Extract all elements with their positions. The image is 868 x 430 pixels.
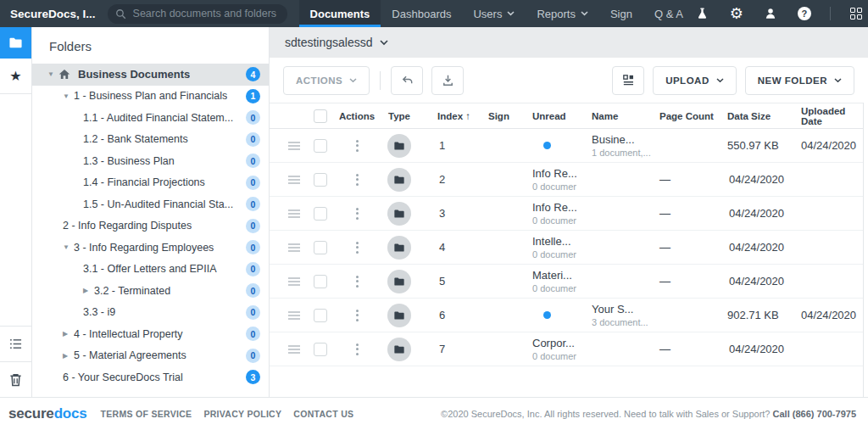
- footer-link[interactable]: CONTACT US: [293, 409, 353, 419]
- row-actions-menu-icon[interactable]: [353, 306, 362, 325]
- expand-arrow-icon[interactable]: ▼: [63, 243, 74, 251]
- folder-tree-item[interactable]: 6 - Your SecureDocs Trial 3: [32, 366, 269, 388]
- folder-tree-item[interactable]: 3.3 - i9 0: [32, 302, 269, 324]
- favorites-tab[interactable]: ★: [0, 59, 31, 94]
- folder-tree-item[interactable]: 2 - Info Regarding Disputes 0: [32, 215, 269, 237]
- folder-tree-item[interactable]: ▶ 3.2 - Terminated 0: [32, 280, 269, 302]
- row-name-cell[interactable]: Your S... 3 document...: [576, 303, 653, 327]
- folder-type-icon[interactable]: [387, 134, 411, 158]
- column-header-type[interactable]: Type: [388, 111, 410, 121]
- row-uploaded-date: 04/24/2020: [721, 343, 793, 355]
- row-actions-menu-icon[interactable]: [353, 272, 362, 291]
- row-checkbox[interactable]: [314, 275, 327, 288]
- column-header-uploaded-date[interactable]: Uploaded Date: [793, 106, 863, 126]
- nav-item[interactable]: Users: [462, 0, 526, 27]
- column-header-sign[interactable]: Sign: [471, 111, 517, 121]
- column-header-actions[interactable]: Actions: [339, 111, 375, 121]
- row-actions-menu-icon[interactable]: [353, 340, 362, 359]
- view-switch-button[interactable]: [612, 66, 644, 95]
- row-name-cell[interactable]: Corpor... 0 documents: [517, 337, 576, 361]
- gear-icon[interactable]: ⚙: [728, 5, 745, 22]
- row-name-cell[interactable]: Materi... 0 documents: [517, 269, 576, 293]
- drag-handle-icon[interactable]: [288, 142, 300, 150]
- folder-tree-item[interactable]: ▶ 4 - Intellectual Property 0: [32, 323, 269, 345]
- folder-tree-item[interactable]: 3.1 - Offer Letters and EPIIA 0: [32, 259, 269, 281]
- folder-type-icon[interactable]: [387, 338, 411, 361]
- select-all-checkbox[interactable]: [314, 109, 327, 123]
- folder-tree-item[interactable]: 1.1 - Audited Financial Statem... 0: [32, 107, 269, 129]
- folder-type-icon[interactable]: [387, 270, 411, 293]
- nav-item[interactable]: Reports: [526, 0, 599, 27]
- row-checkbox[interactable]: [314, 139, 327, 153]
- index-list-tab[interactable]: [0, 326, 31, 361]
- expand-arrow-icon[interactable]: ▼: [63, 92, 74, 100]
- drag-handle-icon[interactable]: [288, 243, 300, 252]
- help-icon[interactable]: ?: [796, 5, 813, 22]
- row-index: 1: [420, 139, 471, 152]
- row-name-cell[interactable]: Info Re... 0 documents: [517, 167, 576, 192]
- row-name: Materi...: [532, 269, 576, 282]
- row-actions-menu-icon[interactable]: [353, 137, 362, 155]
- nav-item[interactable]: Documents: [299, 0, 381, 27]
- footer-link[interactable]: TERMS OF SERVICE: [101, 409, 192, 419]
- nav-item[interactable]: Dashboards: [381, 0, 462, 27]
- folder-tree-item[interactable]: 1.5 - Un-Audited Financial Sta... 0: [32, 193, 269, 215]
- row-checkbox[interactable]: [314, 309, 327, 322]
- nav-item[interactable]: Q & A: [643, 0, 694, 27]
- apps-icon[interactable]: [848, 5, 865, 22]
- download-button[interactable]: [431, 66, 464, 95]
- user-icon[interactable]: [762, 5, 779, 22]
- upload-button[interactable]: UPLOAD: [653, 66, 737, 95]
- expand-arrow-icon[interactable]: ▼: [47, 70, 58, 78]
- expand-arrow-icon[interactable]: ▶: [63, 330, 74, 338]
- folder-tree-item[interactable]: 1.4 - Financial Projections 0: [32, 172, 269, 194]
- column-header-name[interactable]: Name: [576, 111, 653, 121]
- folder-tree-item[interactable]: ▼ Business Documents 4: [32, 64, 269, 86]
- row-actions-menu-icon[interactable]: [353, 170, 362, 189]
- folder-tree-item[interactable]: ▶ 5 - Material Agreements 0: [32, 345, 269, 367]
- flask-icon[interactable]: [694, 5, 711, 22]
- folder-icon: [8, 36, 23, 49]
- drag-handle-icon[interactable]: [288, 311, 300, 320]
- expand-arrow-icon[interactable]: ▶: [63, 352, 74, 360]
- row-actions-menu-icon[interactable]: [353, 204, 362, 223]
- column-header-page-count[interactable]: Page Count: [653, 111, 721, 121]
- row-name-cell[interactable]: Info Re... 0 documents: [517, 201, 576, 226]
- drag-handle-icon[interactable]: [288, 209, 300, 218]
- row-name-cell[interactable]: Busine... 1 document,...: [576, 133, 653, 158]
- undo-button[interactable]: [391, 66, 423, 95]
- footer-link[interactable]: PRIVACY POLICY: [203, 409, 281, 419]
- nav-item[interactable]: Sign: [599, 0, 643, 27]
- folder-tree-item[interactable]: 1.2 - Bank Statements 0: [32, 129, 269, 151]
- row-checkbox[interactable]: [314, 241, 327, 254]
- column-header-index[interactable]: Index ↑: [420, 111, 471, 121]
- search-input[interactable]: [108, 4, 287, 24]
- actions-button[interactable]: ACTIONS: [283, 66, 370, 95]
- row-checkbox[interactable]: [314, 207, 327, 221]
- room-selector[interactable]: sdtestingsalessd: [285, 36, 388, 49]
- row-actions-menu-icon[interactable]: [353, 238, 362, 257]
- column-header-data-size[interactable]: Data Size: [721, 111, 793, 121]
- folder-tree-item[interactable]: 1.3 - Business Plan 0: [32, 150, 269, 172]
- app-logo[interactable]: SecureDocs, I...: [0, 8, 108, 20]
- row-checkbox[interactable]: [314, 343, 327, 356]
- row-checkbox[interactable]: [314, 173, 327, 187]
- list-icon: [8, 338, 23, 350]
- drag-handle-icon[interactable]: [288, 176, 300, 184]
- trash-tab[interactable]: [0, 361, 31, 397]
- row-uploaded-date: 04/24/2020: [721, 241, 793, 254]
- expand-arrow-icon[interactable]: ▶: [83, 287, 94, 294]
- folder-type-icon[interactable]: [387, 168, 411, 192]
- row-name-cell[interactable]: Intelle... 0 documents: [517, 235, 576, 260]
- folder-tree-item[interactable]: ▼ 3 - Info Regarding Employees 0: [32, 237, 269, 259]
- folder-type-icon[interactable]: [387, 236, 411, 260]
- folder-type-icon[interactable]: [387, 202, 411, 226]
- folders-tab[interactable]: [0, 27, 31, 59]
- folder-tree: ▼ Business Documents 4 ▼: [32, 62, 269, 397]
- drag-handle-icon[interactable]: [288, 277, 300, 286]
- folder-type-icon[interactable]: [387, 304, 411, 327]
- folder-tree-item[interactable]: ▼ 1 - Business Plan and Financials 1: [32, 86, 269, 108]
- column-header-unread[interactable]: Unread: [517, 111, 576, 121]
- drag-handle-icon[interactable]: [288, 345, 300, 354]
- new-folder-button[interactable]: NEW FOLDER: [745, 66, 854, 95]
